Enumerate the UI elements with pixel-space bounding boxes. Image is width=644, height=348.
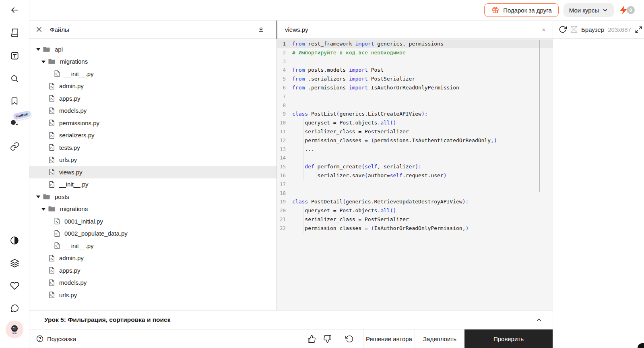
line-number: 21	[277, 215, 286, 224]
code-line-16[interactable]: 16 serializer.save(author=self.request.u…	[277, 171, 553, 180]
tree-item-views.py[interactable]: views.py	[29, 166, 277, 178]
contrast-icon[interactable]	[9, 235, 20, 246]
python-file-icon	[48, 144, 55, 151]
code-editor[interactable]: 1from rest_framework import generics, pe…	[277, 39, 553, 310]
code-line-2[interactable]: 2# Импортируйте в код все необходимое	[277, 48, 553, 57]
close-tab-icon[interactable]: ×	[540, 25, 547, 34]
line-number: 4	[277, 66, 286, 75]
tree-item-apps.py[interactable]: apps.py	[29, 264, 277, 277]
heart-icon[interactable]	[9, 280, 20, 291]
text-tool-icon[interactable]	[9, 50, 20, 61]
tree-item-apps.py[interactable]: apps.py	[29, 92, 277, 105]
tree-item-admin.py[interactable]: admin.py	[29, 252, 277, 265]
code-line-7[interactable]: 7	[277, 92, 553, 101]
tree-item-label: urls.py	[59, 292, 77, 298]
tree-item-admin.py[interactable]: admin.py	[29, 80, 277, 93]
close-files-icon[interactable]	[35, 26, 43, 33]
layers-icon[interactable]	[9, 258, 20, 268]
code-line-6[interactable]: 6from .permissions import IsAuthorOrRead…	[277, 83, 553, 92]
deploy-button[interactable]: Задеплоить	[415, 329, 464, 348]
tree-item-__init__.py[interactable]: __init__.py	[29, 178, 277, 191]
code-line-13[interactable]: 13 ...	[277, 145, 553, 154]
tree-item-api[interactable]: api	[29, 43, 277, 56]
code-line-17[interactable]: 17	[277, 180, 553, 189]
collapse-lesson-icon[interactable]	[535, 316, 543, 323]
tree-item-models.py[interactable]: models.py	[29, 277, 277, 289]
code-line-12[interactable]: 12 permission_classes = (permissions.IsA…	[277, 136, 553, 145]
image-placeholder-icon	[570, 26, 578, 33]
tree-item-tests.py[interactable]: tests.py	[29, 141, 277, 154]
question-icon	[36, 335, 44, 343]
check-button[interactable]: Проверить	[464, 329, 553, 348]
line-number: 5	[277, 75, 286, 83]
tree-item-permissions.py[interactable]: permissions.py	[29, 117, 277, 129]
bookmark-icon[interactable]	[9, 96, 20, 106]
tab-views-py[interactable]: views.py	[285, 26, 308, 33]
tree-item-label: permissions.py	[59, 120, 99, 126]
python-file-icon	[48, 267, 55, 274]
code-line-20[interactable]: 20 queryset = Post.objects.all()	[277, 206, 553, 215]
chat-icon[interactable]	[9, 303, 20, 313]
tree-item-__init__.py[interactable]: __init__.py	[29, 240, 277, 252]
code-line-18[interactable]: 18	[277, 189, 553, 198]
tree-item-urls.py[interactable]: urls.py	[29, 154, 277, 166]
browser-viewport[interactable]	[553, 39, 644, 348]
line-number: 8	[277, 101, 286, 110]
tree-item-label: __init__.py	[64, 70, 94, 77]
tree-item-migrations[interactable]: migrations	[29, 56, 277, 68]
gift-for-friend-button[interactable]: Подарок за друга	[484, 3, 559, 17]
folder-icon	[43, 193, 50, 201]
line-number: 14	[277, 153, 286, 162]
code-line-1[interactable]: 1from rest_framework import generics, pe…	[277, 39, 553, 48]
refresh-icon[interactable]	[559, 25, 567, 33]
code-line-19[interactable]: 19class PostDetail(generics.RetrieveUpda…	[277, 197, 553, 206]
code-line-11[interactable]: 11 serializer_class = PostSerializer	[277, 127, 553, 136]
hint-label: Подсказка	[47, 336, 76, 342]
code-line-8[interactable]: 8	[277, 101, 553, 110]
link-icon[interactable]	[9, 141, 20, 151]
tree-item-migrations[interactable]: migrations	[29, 203, 277, 215]
tree-item-0002_populate_data.py[interactable]: 0002_populate_data.py	[29, 228, 277, 240]
python-file-icon	[48, 119, 55, 126]
code-line-3[interactable]: 3	[277, 57, 553, 66]
chevron-down-icon	[602, 7, 608, 13]
tree-item-models.py[interactable]: models.py	[29, 105, 277, 117]
expand-icon[interactable]	[635, 26, 642, 33]
code-line-4[interactable]: 4from posts.models import Post	[277, 66, 553, 75]
code-line-21[interactable]: 21 serializer_class = PostSerializer	[277, 215, 553, 224]
reset-icon[interactable]	[342, 329, 357, 348]
ai-new-icon[interactable]: новое	[9, 116, 20, 126]
hint-button[interactable]: Подсказка	[29, 329, 83, 348]
files-panel-title: Файлы	[50, 26, 69, 33]
tree-item-__init__.py[interactable]: __init__.py	[29, 68, 277, 80]
tree-item-serializers.py[interactable]: serializers.py	[29, 129, 277, 142]
tree-item-urls.py[interactable]: urls.py	[29, 289, 277, 301]
back-icon[interactable]	[9, 5, 20, 15]
code-line-5[interactable]: 5from .serializers import PostSerializer	[277, 75, 553, 83]
thumbs-down-icon[interactable]	[320, 329, 335, 348]
line-number: 20	[277, 206, 286, 215]
tree-item-0001_initial.py[interactable]: 0001_initial.py	[29, 215, 277, 228]
search-icon[interactable]	[9, 73, 20, 84]
python-file-icon	[48, 255, 55, 262]
book-icon[interactable]	[9, 27, 20, 38]
line-number: 1	[277, 39, 286, 48]
code-line-9[interactable]: 9class PostList(generics.ListCreateAPIVi…	[277, 110, 553, 118]
code-line-10[interactable]: 10 queryset = Post.objects.all()	[277, 118, 553, 127]
editor-scrollbar[interactable]	[539, 40, 540, 192]
download-icon[interactable]	[257, 26, 265, 33]
line-number: 6	[277, 83, 286, 92]
my-courses-button[interactable]: Мои курсы	[564, 3, 614, 17]
code-line-15[interactable]: 15 def perform_create(self, serializer):	[277, 162, 553, 171]
tree-item-posts[interactable]: posts	[29, 191, 277, 203]
lesson-bar: Урок 5: Фильтрация, сортировка и поиск	[29, 310, 553, 329]
folder-icon	[43, 46, 50, 53]
code-line-22[interactable]: 22 permission_classes = (IsAuthorOrReadO…	[277, 224, 553, 233]
avatar[interactable]	[6, 321, 23, 338]
thumbs-up-icon[interactable]	[304, 329, 320, 348]
author-solution-button[interactable]: Решение автора	[363, 329, 415, 348]
python-file-icon	[54, 242, 60, 249]
code-line-14[interactable]: 14	[277, 153, 553, 162]
tree-item-label: 0001_initial.py	[64, 218, 103, 225]
energy-indicator[interactable]: 0	[619, 5, 635, 15]
